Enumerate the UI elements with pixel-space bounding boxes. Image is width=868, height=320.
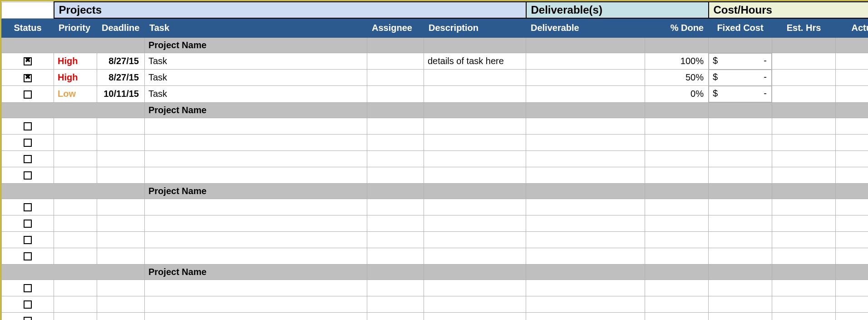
actual-hrs-cell[interactable] [836,296,868,312]
pct-done-cell[interactable]: 0% [645,86,709,103]
status-cell[interactable] [2,215,54,231]
priority-cell[interactable]: High [54,70,97,86]
description-cell[interactable] [424,248,526,264]
fixed-cost-cell[interactable]: $- [709,86,772,102]
deadline-cell[interactable] [97,280,145,296]
deliverable-cell[interactable] [526,280,645,296]
deadline-cell[interactable] [97,312,145,320]
description-cell[interactable] [424,167,526,183]
pct-done-cell[interactable] [645,134,709,150]
description-cell[interactable] [424,296,526,312]
status-checkbox[interactable] [24,300,32,309]
status-checkbox[interactable] [24,171,32,180]
actual-hrs-cell[interactable] [836,86,868,103]
deadline-cell[interactable]: 10/11/15 [97,86,145,103]
status-checkbox[interactable] [24,236,32,244]
pct-done-cell[interactable] [645,150,709,167]
status-cell[interactable] [2,199,54,215]
col-priority[interactable]: Priority [54,18,97,37]
pct-done-cell[interactable] [645,280,709,296]
priority-cell[interactable] [54,118,97,134]
col-pct-done[interactable]: % Done [645,18,709,37]
deliverable-cell[interactable] [526,215,645,231]
fixed-cost-cell[interactable] [709,296,772,312]
deliverable-cell[interactable] [526,70,645,86]
status-cell[interactable] [2,296,54,312]
deadline-cell[interactable] [97,296,145,312]
priority-cell[interactable] [54,231,97,248]
assignee-cell[interactable] [367,150,424,167]
description-cell[interactable] [424,134,526,150]
project-name-cell[interactable]: Project Name [145,264,367,280]
task-cell[interactable] [145,118,367,134]
description-cell[interactable] [424,86,526,103]
status-checkbox[interactable] [24,203,32,211]
task-cell[interactable] [145,167,367,183]
deliverable-cell[interactable] [526,86,645,103]
fixed-cost-cell[interactable] [709,231,772,248]
deliverable-cell[interactable] [526,248,645,264]
description-cell[interactable] [424,70,526,86]
deadline-cell[interactable] [97,248,145,264]
actual-hrs-cell[interactable] [836,231,868,248]
est-hrs-cell[interactable] [772,248,836,264]
assignee-cell[interactable] [367,53,424,70]
fixed-cost-cell[interactable]: $- [709,70,772,86]
est-hrs-cell[interactable] [772,118,836,134]
assignee-cell[interactable] [367,86,424,103]
status-checkbox[interactable] [24,284,32,292]
priority-cell[interactable] [54,199,97,215]
status-cell[interactable] [2,134,54,150]
est-hrs-cell[interactable] [772,167,836,183]
task-cell[interactable] [145,248,367,264]
fixed-cost-cell[interactable] [709,134,772,150]
project-name-cell[interactable]: Project Name [145,183,367,199]
actual-hrs-cell[interactable] [836,312,868,320]
task-cell[interactable]: Task [145,53,367,70]
pct-done-cell[interactable] [645,248,709,264]
description-cell[interactable] [424,312,526,320]
pct-done-cell[interactable]: 100% [645,53,709,70]
fixed-cost-cell[interactable] [709,167,772,183]
actual-hrs-cell[interactable] [836,167,868,183]
assignee-cell[interactable] [367,167,424,183]
project-name-cell[interactable]: Project Name [145,37,367,53]
status-checkbox[interactable] [24,122,32,130]
actual-hrs-cell[interactable] [836,199,868,215]
col-task[interactable]: Task [145,18,367,37]
priority-cell[interactable] [54,280,97,296]
col-est-hrs[interactable]: Est. Hrs [772,18,836,37]
status-checkbox[interactable] [24,155,32,163]
deadline-cell[interactable] [97,231,145,248]
priority-cell[interactable] [54,167,97,183]
description-cell[interactable] [424,280,526,296]
actual-hrs-cell[interactable] [836,118,868,134]
task-cell[interactable] [145,296,367,312]
priority-cell[interactable] [54,312,97,320]
actual-hrs-cell[interactable] [836,150,868,167]
est-hrs-cell[interactable] [772,280,836,296]
description-cell[interactable] [424,150,526,167]
task-cell[interactable] [145,134,367,150]
col-actual-hrs[interactable]: Actual Hrs [836,18,868,37]
priority-cell[interactable]: Low [54,86,97,103]
status-checkbox[interactable] [24,57,32,65]
status-cell[interactable] [2,118,54,134]
col-description[interactable]: Description [424,18,526,37]
actual-hrs-cell[interactable] [836,70,868,86]
task-cell[interactable] [145,231,367,248]
status-cell[interactable] [2,312,54,320]
fixed-cost-cell[interactable] [709,199,772,215]
status-checkbox[interactable] [24,139,32,147]
task-cell[interactable]: Task [145,86,367,103]
deliverable-cell[interactable] [526,53,645,70]
assignee-cell[interactable] [367,312,424,320]
assignee-cell[interactable] [367,280,424,296]
est-hrs-cell[interactable] [772,215,836,231]
fixed-cost-cell[interactable] [709,150,772,167]
col-deadline[interactable]: Deadline [97,18,145,37]
actual-hrs-cell[interactable] [836,53,868,70]
est-hrs-cell[interactable] [772,86,836,103]
col-fixed-cost[interactable]: Fixed Cost [709,18,772,37]
actual-hrs-cell[interactable] [836,215,868,231]
